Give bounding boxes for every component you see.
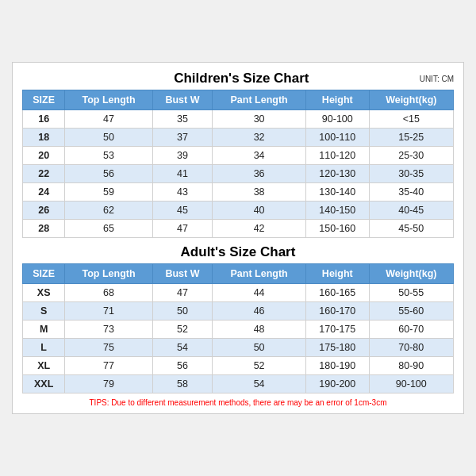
children-title: Children's Size Chart	[70, 71, 413, 86]
adult-table-row: XS684744160-16550-55	[23, 284, 454, 302]
adult-table-row: XXL795854190-20090-100	[23, 375, 454, 393]
adult-cell: 50	[152, 302, 213, 321]
children-cell: 38	[213, 183, 306, 202]
adult-cell: 52	[213, 357, 306, 375]
adult-cell: 175-180	[306, 339, 370, 357]
children-table-row: 22564136120-13030-35	[23, 165, 454, 183]
adult-cell: 54	[213, 375, 306, 393]
children-cell: 45-50	[369, 220, 453, 238]
adult-cell: 190-200	[306, 375, 370, 393]
adult-section: Adult's Size Chart SIZE Top Length Bust …	[22, 244, 454, 393]
children-table-row: 28654742150-16045-50	[23, 220, 454, 238]
adult-title-row: Adult's Size Chart	[22, 244, 454, 260]
children-col-bustw: Bust W	[152, 90, 213, 110]
children-cell: 25-30	[369, 147, 453, 165]
children-table-row: 26624540140-15040-45	[23, 202, 454, 220]
children-cell: 40	[213, 202, 306, 220]
children-col-weight: Weight(kg)	[369, 90, 453, 110]
adult-cell: XXL	[23, 375, 65, 393]
adult-cell: 44	[213, 284, 306, 302]
adult-cell: XL	[23, 357, 65, 375]
children-cell: 18	[23, 129, 65, 147]
children-table-row: 1647353090-100<15	[23, 110, 454, 129]
adult-col-weight: Weight(kg)	[369, 264, 453, 284]
adult-table-row: M735248170-17560-70	[23, 321, 454, 339]
children-cell: 90-100	[306, 110, 370, 129]
children-col-pantlength: Pant Length	[213, 90, 306, 110]
children-cell: <15	[369, 110, 453, 129]
children-cell: 45	[152, 202, 213, 220]
adult-cell: 71	[65, 302, 152, 321]
adult-cell: L	[23, 339, 65, 357]
adult-cell: 56	[152, 357, 213, 375]
adult-cell: 180-190	[306, 357, 370, 375]
adult-cell: 75	[65, 339, 152, 357]
children-cell: 39	[152, 147, 213, 165]
children-header-row: SIZE Top Length Bust W Pant Length Heigh…	[23, 90, 454, 110]
children-cell: 100-110	[306, 129, 370, 147]
adult-col-bustw: Bust W	[152, 264, 213, 284]
adult-cell: 77	[65, 357, 152, 375]
adult-table-row: L755450175-18070-80	[23, 339, 454, 357]
adult-cell: M	[23, 321, 65, 339]
children-cell: 26	[23, 202, 65, 220]
adult-cell: 58	[152, 375, 213, 393]
adult-cell: 47	[152, 284, 213, 302]
children-table-row: 18503732100-11015-25	[23, 129, 454, 147]
adult-cell: 68	[65, 284, 152, 302]
adult-table: SIZE Top Length Bust W Pant Length Heigh…	[22, 263, 454, 393]
children-title-row: Children's Size Chart UNIT: CM	[22, 71, 454, 86]
children-cell: 16	[23, 110, 65, 129]
adult-cell: 48	[213, 321, 306, 339]
adult-header-row: SIZE Top Length Bust W Pant Length Heigh…	[23, 264, 454, 284]
adult-col-pantlength: Pant Length	[213, 264, 306, 284]
adult-cell: 170-175	[306, 321, 370, 339]
adult-cell: 90-100	[369, 375, 453, 393]
children-cell: 53	[65, 147, 152, 165]
adult-col-size: SIZE	[23, 264, 65, 284]
adult-cell: 55-60	[369, 302, 453, 321]
children-cell: 56	[65, 165, 152, 183]
children-cell: 140-150	[306, 202, 370, 220]
children-col-size: SIZE	[23, 90, 65, 110]
children-cell: 43	[152, 183, 213, 202]
children-cell: 50	[65, 129, 152, 147]
children-cell: 35	[152, 110, 213, 129]
children-cell: 30-35	[369, 165, 453, 183]
children-cell: 65	[65, 220, 152, 238]
children-cell: 42	[213, 220, 306, 238]
children-cell: 15-25	[369, 129, 453, 147]
children-cell: 35-40	[369, 183, 453, 202]
adult-cell: 60-70	[369, 321, 453, 339]
adult-cell: 50-55	[369, 284, 453, 302]
children-cell: 120-130	[306, 165, 370, 183]
children-cell: 20	[23, 147, 65, 165]
children-cell: 59	[65, 183, 152, 202]
children-cell: 40-45	[369, 202, 453, 220]
children-col-toplength: Top Length	[65, 90, 152, 110]
adult-cell: 79	[65, 375, 152, 393]
children-cell: 36	[213, 165, 306, 183]
children-cell: 47	[65, 110, 152, 129]
adult-cell: S	[23, 302, 65, 321]
children-table-row: 20533934110-12025-30	[23, 147, 454, 165]
children-cell: 30	[213, 110, 306, 129]
adult-col-height: Height	[306, 264, 370, 284]
children-cell: 32	[213, 129, 306, 147]
children-cell: 130-140	[306, 183, 370, 202]
adult-cell: XS	[23, 284, 65, 302]
children-cell: 34	[213, 147, 306, 165]
chart-container: Children's Size Chart UNIT: CM SIZE Top …	[12, 62, 464, 414]
children-cell: 62	[65, 202, 152, 220]
adult-title: Adult's Size Chart	[166, 244, 309, 260]
adult-cell: 160-165	[306, 284, 370, 302]
adult-cell: 52	[152, 321, 213, 339]
children-cell: 24	[23, 183, 65, 202]
adult-col-toplength: Top Length	[65, 264, 152, 284]
children-col-height: Height	[306, 90, 370, 110]
adult-cell: 54	[152, 339, 213, 357]
adult-cell: 80-90	[369, 357, 453, 375]
children-table-row: 24594338130-14035-40	[23, 183, 454, 202]
children-cell: 110-120	[306, 147, 370, 165]
adult-cell: 73	[65, 321, 152, 339]
